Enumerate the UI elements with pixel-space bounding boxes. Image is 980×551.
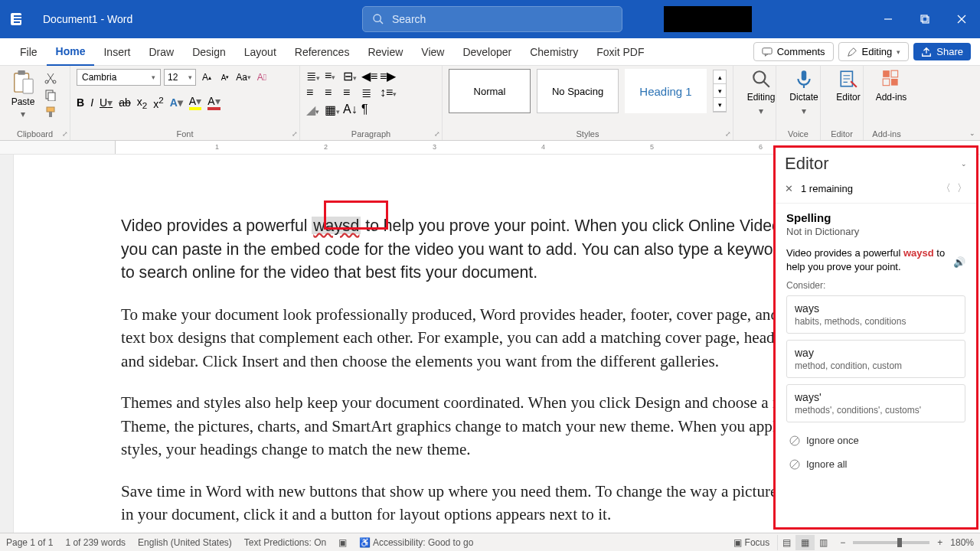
ignore-once-button[interactable]: Ignore once xyxy=(786,429,965,452)
superscript-button[interactable]: x2 xyxy=(153,95,163,110)
style-normal[interactable]: Normal xyxy=(449,69,531,113)
tab-foxit[interactable]: Foxit PDF xyxy=(587,38,653,66)
text-predictions-status[interactable]: Text Predictions: On xyxy=(244,537,326,548)
editing-mode-button[interactable]: Editing ▾ xyxy=(838,42,910,61)
align-right-icon[interactable]: ≡ xyxy=(343,86,357,98)
italic-button[interactable]: I xyxy=(90,96,93,109)
decrease-indent-icon[interactable]: ◀≡ xyxy=(361,69,375,81)
prev-issue-icon[interactable]: 〈 xyxy=(941,181,951,195)
paragraph-4[interactable]: Save time in Word with new buttons that … xyxy=(121,480,802,527)
ribbon-collapse-icon[interactable]: ⌄ xyxy=(969,129,975,137)
ribbon-tabs: File Home Insert Draw Design Layout Refe… xyxy=(0,38,980,66)
font-size-select[interactable]: 12▾ xyxy=(164,69,196,86)
highlight-icon[interactable]: A▾ xyxy=(189,95,201,110)
zoom-slider[interactable] xyxy=(853,541,929,544)
close-button[interactable] xyxy=(943,0,980,38)
show-marks-icon[interactable]: ¶ xyxy=(361,103,375,115)
maximize-button[interactable] xyxy=(906,0,943,38)
close-issue-icon[interactable]: ✕ xyxy=(785,183,793,194)
style-no-spacing[interactable]: No Spacing xyxy=(537,69,619,113)
tab-insert[interactable]: Insert xyxy=(94,38,139,66)
underline-button[interactable]: U▾ xyxy=(100,96,113,109)
bullets-icon[interactable]: ≣▾ xyxy=(306,69,320,81)
svg-point-4 xyxy=(374,15,381,21)
titlebar: Document1 - Word Search xyxy=(0,0,980,38)
tab-design[interactable]: Design xyxy=(183,38,235,66)
line-spacing-icon[interactable]: ↕≡▾ xyxy=(380,86,394,98)
svg-rect-25 xyxy=(883,70,890,77)
macro-icon[interactable]: ▣ xyxy=(338,537,347,548)
paragraph-1[interactable]: Video provides a powerful waysd to help … xyxy=(121,214,802,285)
suggestion-ways[interactable]: ways habits, methods, conditions xyxy=(786,295,965,334)
tab-draw[interactable]: Draw xyxy=(139,38,183,66)
tab-chemistry[interactable]: Chemistry xyxy=(521,38,587,66)
zoom-out-icon[interactable]: − xyxy=(840,537,845,548)
styles-scroll[interactable]: ▴▾▾ xyxy=(713,70,727,112)
font-name-select[interactable]: Cambria▾ xyxy=(77,69,161,86)
ignore-all-button[interactable]: Ignore all xyxy=(786,452,965,476)
error-context: Video provides a powerful waysd to help … xyxy=(786,246,965,274)
language-status[interactable]: English (United States) xyxy=(138,537,232,548)
dictate-button[interactable]: Dictate ▾ xyxy=(782,69,825,116)
font-color-icon[interactable]: A▾ xyxy=(207,95,220,110)
svg-rect-28 xyxy=(891,79,898,86)
borders-icon[interactable]: ▦▾ xyxy=(325,103,338,115)
tab-layout[interactable]: Layout xyxy=(235,38,286,66)
multilevel-icon[interactable]: ⊟▾ xyxy=(343,69,357,81)
focus-mode-button[interactable]: ▣ Focus xyxy=(733,537,769,548)
subscript-button[interactable]: x2 xyxy=(137,96,147,110)
accessibility-status[interactable]: ♿ Accessibility: Good to go xyxy=(359,537,473,548)
zoom-in-icon[interactable]: + xyxy=(937,537,942,548)
strike-button[interactable]: ab xyxy=(119,96,131,109)
svg-rect-20 xyxy=(49,112,52,117)
svg-rect-2 xyxy=(14,18,23,20)
svg-line-32 xyxy=(792,461,798,468)
grow-font-icon[interactable]: A▴ xyxy=(199,70,214,85)
remaining-count: 1 remaining xyxy=(801,183,853,194)
share-button[interactable]: Share xyxy=(913,43,971,60)
suggestion-way[interactable]: way method, condition, custom xyxy=(786,340,965,378)
addins-button[interactable]: Add-ins xyxy=(870,69,913,103)
numbering-icon[interactable]: ≡▾ xyxy=(325,69,338,81)
clear-format-icon[interactable]: A⃠ xyxy=(254,70,270,85)
paragraph-2[interactable]: To make your document look professionall… xyxy=(121,303,802,373)
paragraph-3[interactable]: Themes and styles also help keep your do… xyxy=(121,391,802,461)
page-status[interactable]: Page 1 of 1 xyxy=(6,537,53,548)
paste-button[interactable]: Paste ▾ xyxy=(6,69,40,119)
format-painter-icon[interactable] xyxy=(44,106,57,118)
tab-home[interactable]: Home xyxy=(47,38,95,66)
minimize-button[interactable] xyxy=(870,0,906,38)
group-paragraph: ≣▾ ≡▾ ⊟▾ ◀≡ ≡▶ ≡ ≡ ≡ ≣ ↕≡▾ ◢▾ ▦▾ A↓ ¶ Pa… xyxy=(300,66,443,140)
bold-button[interactable]: B xyxy=(77,96,84,109)
tab-developer[interactable]: Developer xyxy=(453,38,521,66)
app-icon xyxy=(0,10,37,28)
tab-review[interactable]: Review xyxy=(358,38,412,66)
shading-icon[interactable]: ◢▾ xyxy=(306,103,320,115)
copy-icon[interactable] xyxy=(44,89,57,101)
style-heading1[interactable]: Heading 1 xyxy=(625,69,707,113)
cut-icon[interactable] xyxy=(44,72,57,84)
word-count[interactable]: 1 of 239 words xyxy=(65,537,126,548)
read-aloud-icon[interactable]: 🔊 xyxy=(953,256,965,269)
tab-references[interactable]: References xyxy=(286,38,359,66)
misspelled-word[interactable]: waysd xyxy=(312,217,361,234)
text-effects-icon[interactable]: A▾ xyxy=(170,96,183,109)
tab-file[interactable]: File xyxy=(11,38,47,66)
sort-icon[interactable]: A↓ xyxy=(343,103,357,115)
align-left-icon[interactable]: ≡ xyxy=(306,86,320,98)
zoom-level[interactable]: 180% xyxy=(950,537,974,548)
next-issue-icon[interactable]: 〉 xyxy=(957,181,967,195)
shrink-font-icon[interactable]: A▾ xyxy=(217,70,233,85)
align-center-icon[interactable]: ≡ xyxy=(325,86,338,98)
suggestion-ways-possessive[interactable]: ways' methods', conditions', customs' xyxy=(786,384,965,422)
increase-indent-icon[interactable]: ≡▶ xyxy=(380,69,394,81)
collapse-icon[interactable]: ⌄ xyxy=(961,160,967,168)
change-case-icon[interactable]: Aa▾ xyxy=(236,70,251,85)
read-mode-icon[interactable]: ▤ xyxy=(777,535,795,550)
tab-view[interactable]: View xyxy=(412,38,453,66)
comments-button[interactable]: Comments xyxy=(753,42,834,61)
web-layout-icon[interactable]: ▥ xyxy=(814,535,832,550)
justify-icon[interactable]: ≣ xyxy=(361,86,375,98)
print-layout-icon[interactable]: ▦ xyxy=(795,535,814,550)
search-box[interactable]: Search xyxy=(362,6,622,32)
